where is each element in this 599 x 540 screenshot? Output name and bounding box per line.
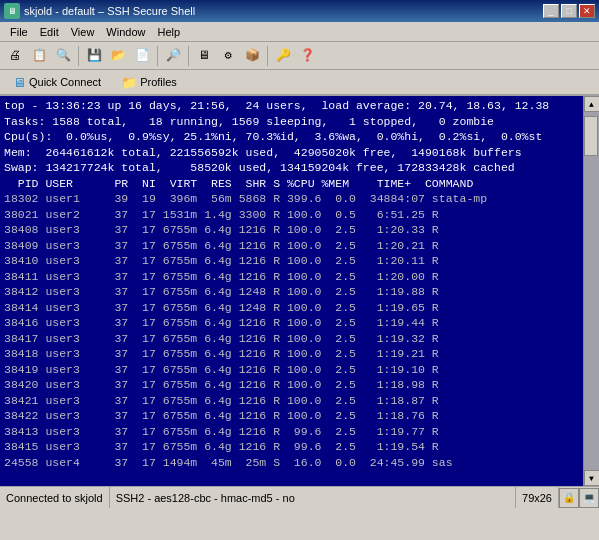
dimensions-text: 79x26 [522, 492, 552, 504]
terminal-line: PID USER PR NI VIRT RES SHR S %CPU %MEM … [4, 176, 579, 192]
terminal-line: 38409 user3 37 17 6755m 6.4g 1216 R 100.… [4, 238, 579, 254]
toolbar-sep1 [78, 46, 79, 66]
window-title: skjold - default – SSH Secure Shell [24, 5, 195, 17]
title-bar-left: 🖥 skjold - default – SSH Secure Shell [4, 3, 195, 19]
scroll-track[interactable] [584, 112, 599, 470]
quick-connect-button[interactable]: 🖥 Quick Connect [6, 72, 108, 93]
toolbar-help[interactable]: ❓ [296, 45, 318, 67]
toolbar-search[interactable]: 🔎 [162, 45, 184, 67]
terminal-line: 38021 user2 37 17 1531m 1.4g 3300 R 100.… [4, 207, 579, 223]
status-icon1[interactable]: 🔒 [559, 488, 579, 508]
toolbar-sep4 [267, 46, 268, 66]
encryption-text: SSH2 - aes128-cbc - hmac-md5 - no [116, 492, 295, 504]
scroll-down-button[interactable]: ▼ [584, 470, 600, 486]
terminal-line: 38412 user3 37 17 6755m 6.4g 1248 R 100.… [4, 284, 579, 300]
scroll-thumb[interactable] [584, 116, 598, 156]
encryption-status: SSH2 - aes128-cbc - hmac-md5 - no [110, 487, 516, 508]
profiles-label: Profiles [140, 76, 177, 88]
close-button[interactable]: ✕ [579, 4, 595, 18]
toolbar-key[interactable]: 🔑 [272, 45, 294, 67]
terminal-line: 38413 user3 37 17 6755m 6.4g 1216 R 99.6… [4, 424, 579, 440]
scroll-up-button[interactable]: ▲ [584, 96, 600, 112]
terminal-line: Swap: 134217724k total, 58520k used, 134… [4, 160, 579, 176]
maximize-button[interactable]: □ [561, 4, 577, 18]
terminal-wrapper: top - 13:36:23 up 16 days, 21:56, 24 use… [0, 96, 599, 486]
terminal-line: Mem: 264461612k total, 221556592k used, … [4, 145, 579, 161]
toolbar-sep3 [188, 46, 189, 66]
toolbar-sep2 [157, 46, 158, 66]
profiles-button[interactable]: 📁 Profiles [114, 72, 184, 93]
menu-edit[interactable]: Edit [34, 24, 65, 40]
toolbar-new[interactable]: 📄 [131, 45, 153, 67]
terminal-line: Tasks: 1588 total, 18 running, 1569 slee… [4, 114, 579, 130]
connection-status-text: Connected to skjold [6, 492, 103, 504]
terminal-line: 38410 user3 37 17 6755m 6.4g 1216 R 100.… [4, 253, 579, 269]
title-bar: 🖥 skjold - default – SSH Secure Shell _ … [0, 0, 599, 22]
menu-window[interactable]: Window [100, 24, 151, 40]
terminal[interactable]: top - 13:36:23 up 16 days, 21:56, 24 use… [0, 96, 583, 486]
terminal-line: top - 13:36:23 up 16 days, 21:56, 24 use… [4, 98, 579, 114]
status-icon2[interactable]: 💻 [579, 488, 599, 508]
menu-bar: File Edit View Window Help [0, 22, 599, 42]
toolbar-save[interactable]: 💾 [83, 45, 105, 67]
terminal-line: 38414 user3 37 17 6755m 6.4g 1248 R 100.… [4, 300, 579, 316]
toolbar-open[interactable]: 📂 [107, 45, 129, 67]
terminal-line: 38415 user3 37 17 6755m 6.4g 1216 R 99.6… [4, 439, 579, 455]
toolbar-print[interactable]: 🖨 [4, 45, 26, 67]
terminal-line: 38417 user3 37 17 6755m 6.4g 1216 R 100.… [4, 331, 579, 347]
quick-connect-label: Quick Connect [29, 76, 101, 88]
terminal-line: 38416 user3 37 17 6755m 6.4g 1216 R 100.… [4, 315, 579, 331]
terminal-line: Cpu(s): 0.0%us, 0.9%sy, 25.1%ni, 70.3%id… [4, 129, 579, 145]
terminal-line: 24558 user4 37 17 1494m 45m 25m S 16.0 0… [4, 455, 579, 471]
terminal-line: 38421 user3 37 17 6755m 6.4g 1216 R 100.… [4, 393, 579, 409]
monitor-icon: 🖥 [13, 75, 26, 90]
terminal-line: 38419 user3 37 17 6755m 6.4g 1216 R 100.… [4, 362, 579, 378]
toolbar-settings[interactable]: ⚙ [217, 45, 239, 67]
terminal-line: 38422 user3 37 17 6755m 6.4g 1216 R 100.… [4, 408, 579, 424]
toolbar-package[interactable]: 📦 [241, 45, 263, 67]
toolbar-copy[interactable]: 📋 [28, 45, 50, 67]
vertical-scrollbar[interactable]: ▲ ▼ [583, 96, 599, 486]
terminal-line: 18302 user1 39 19 396m 56m 5868 R 399.6 … [4, 191, 579, 207]
toolbar-terminal[interactable]: 🖥 [193, 45, 215, 67]
connection-status: Connected to skjold [0, 487, 110, 508]
menu-help[interactable]: Help [151, 24, 186, 40]
terminal-line: 38418 user3 37 17 6755m 6.4g 1216 R 100.… [4, 346, 579, 362]
terminal-line: 38420 user3 37 17 6755m 6.4g 1216 R 100.… [4, 377, 579, 393]
folder-icon: 📁 [121, 75, 137, 90]
dimensions-status: 79x26 [516, 487, 559, 508]
menu-file[interactable]: File [4, 24, 34, 40]
menu-view[interactable]: View [65, 24, 101, 40]
terminal-line: 38411 user3 37 17 6755m 6.4g 1216 R 100.… [4, 269, 579, 285]
terminal-line: 38408 user3 37 17 6755m 6.4g 1216 R 100.… [4, 222, 579, 238]
status-bar: Connected to skjold SSH2 - aes128-cbc - … [0, 486, 599, 508]
toolbar-find[interactable]: 🔍 [52, 45, 74, 67]
minimize-button[interactable]: _ [543, 4, 559, 18]
window-controls: _ □ ✕ [543, 4, 595, 18]
app-icon: 🖥 [4, 3, 20, 19]
toolbar: 🖨 📋 🔍 💾 📂 📄 🔎 🖥 ⚙ 📦 🔑 ❓ [0, 42, 599, 70]
quickconnect-bar: 🖥 Quick Connect 📁 Profiles [0, 70, 599, 96]
